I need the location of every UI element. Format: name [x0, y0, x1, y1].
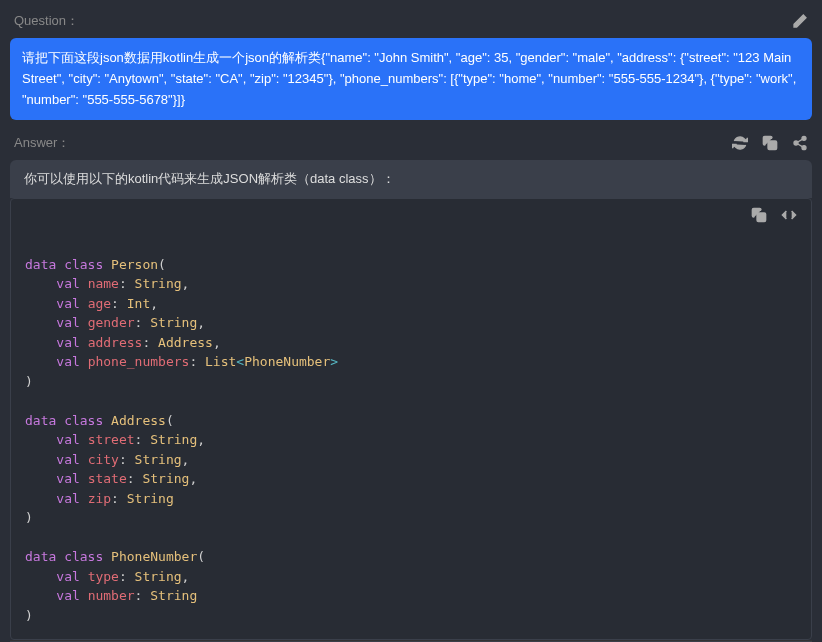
svg-rect-6: [757, 213, 766, 222]
code-toggle-icon[interactable]: [781, 207, 797, 223]
question-text: 请把下面这段json数据用kotlin生成一个json的解析类{"name": …: [10, 38, 812, 120]
svg-point-2: [794, 141, 798, 145]
code-toolbar: [11, 199, 811, 231]
answer-intro: 你可以使用以下的kotlin代码来生成JSON解析类（data class）：: [10, 160, 812, 198]
svg-line-5: [798, 140, 803, 143]
answer-label: Answer：: [14, 134, 70, 152]
question-label: Question：: [14, 12, 79, 30]
share-icon[interactable]: [792, 135, 808, 151]
code-block: data class Person( val name: String, val…: [11, 231, 811, 639]
svg-point-1: [802, 137, 806, 141]
copy-icon[interactable]: [762, 135, 778, 151]
code-container: data class Person( val name: String, val…: [10, 198, 812, 640]
refresh-icon[interactable]: [732, 135, 748, 151]
edit-icon[interactable]: [792, 13, 808, 29]
answer-header: Answer：: [8, 130, 814, 156]
question-header: Question：: [8, 8, 814, 34]
svg-line-4: [798, 144, 803, 147]
code-copy-icon[interactable]: [751, 207, 767, 223]
svg-point-3: [802, 146, 806, 150]
svg-rect-0: [768, 141, 777, 150]
